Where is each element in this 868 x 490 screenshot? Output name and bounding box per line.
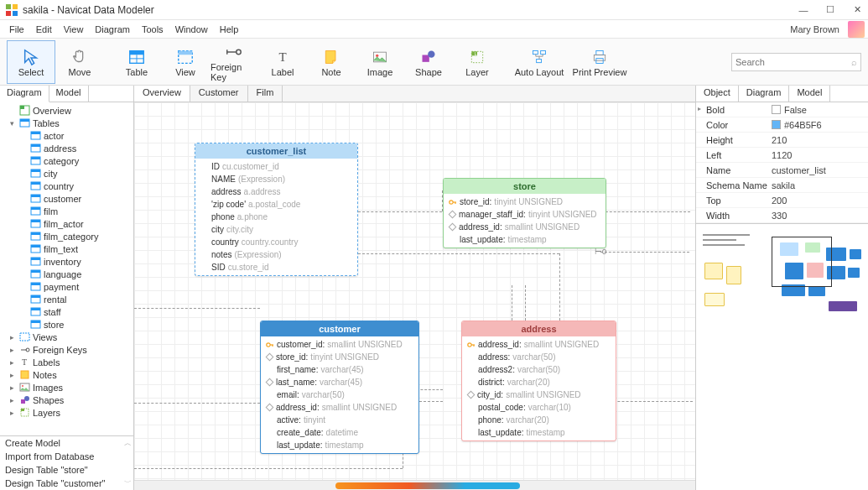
activity-item[interactable]: Design Table "store" bbox=[0, 463, 133, 477]
expand-icon[interactable]: ▸ bbox=[7, 345, 17, 355]
right-tab-model[interactable]: Model bbox=[789, 86, 830, 102]
entity-customer-list[interactable]: customer_list ID cu.customer_idNAME (Exp… bbox=[195, 143, 358, 276]
tool-label[interactable]: T Label bbox=[258, 40, 307, 84]
menu-file[interactable]: File bbox=[3, 23, 30, 36]
tree-group-labels[interactable]: ▸TLabels bbox=[0, 356, 133, 368]
field-row[interactable]: last_update: timestamp bbox=[264, 439, 415, 451]
expand-icon[interactable]: ▸ bbox=[7, 332, 17, 342]
field-row[interactable]: district: varchar(20) bbox=[465, 376, 612, 388]
prop-row-name[interactable]: Namecustomer_list bbox=[696, 163, 868, 178]
prop-row-width[interactable]: Width330 bbox=[696, 208, 868, 223]
minimap[interactable] bbox=[696, 223, 868, 490]
tree-tables[interactable]: ▾Tables bbox=[0, 117, 133, 129]
field-row[interactable]: phone: varchar(20) bbox=[465, 414, 612, 426]
menu-tools[interactable]: Tools bbox=[136, 23, 169, 36]
right-tab-object[interactable]: Object bbox=[696, 86, 739, 102]
tree-table-city[interactable]: city bbox=[0, 167, 133, 180]
field-row[interactable]: ID cu.customer_id bbox=[199, 160, 354, 173]
field-row[interactable]: store_id: tinyint UNSIGNED bbox=[447, 195, 602, 208]
field-row[interactable]: customer_id: smallint UNSIGNED bbox=[264, 338, 415, 351]
tool-autolayout[interactable]: Auto Layout bbox=[510, 40, 569, 84]
prop-row-schema-name[interactable]: Schema Namesakila bbox=[696, 178, 868, 193]
canvas-tab-film[interactable]: Film bbox=[248, 86, 283, 102]
tree-table-film_actor[interactable]: film_actor bbox=[0, 217, 133, 230]
field-row[interactable]: notes (Expression) bbox=[199, 248, 354, 261]
tree-group-images[interactable]: ▸Images bbox=[0, 381, 133, 394]
tree-table-inventory[interactable]: inventory bbox=[0, 255, 133, 268]
field-row[interactable]: create_date: datetime bbox=[264, 426, 415, 439]
tool-shape[interactable]: Shape bbox=[404, 40, 453, 84]
tree-table-category[interactable]: category bbox=[0, 154, 133, 167]
tree-table-language[interactable]: language bbox=[0, 268, 133, 280]
menu-window[interactable]: Window bbox=[169, 23, 214, 36]
right-tab-diagram[interactable]: Diagram bbox=[739, 86, 790, 102]
left-tab-model[interactable]: Model bbox=[49, 86, 89, 102]
field-row[interactable]: store_id: tinyint UNSIGNED bbox=[264, 351, 415, 363]
entity-customer[interactable]: customer customer_id: smallint UNSIGNEDs… bbox=[260, 321, 419, 454]
tool-select[interactable]: Select bbox=[7, 40, 55, 84]
entity-address[interactable]: address address_id: smallint UNSIGNEDadd… bbox=[461, 321, 616, 441]
avatar[interactable] bbox=[848, 21, 865, 38]
prop-row-bold[interactable]: ▸BoldFalse bbox=[696, 102, 868, 117]
field-row[interactable]: 'zip code' a.postal_code bbox=[199, 198, 354, 211]
field-row[interactable]: manager_staff_id: tinyint UNSIGNED bbox=[447, 208, 602, 221]
field-row[interactable]: city_id: smallint UNSIGNED bbox=[465, 388, 612, 401]
canvas-tab-customer[interactable]: Customer bbox=[190, 86, 248, 102]
tree-table-film_text[interactable]: film_text bbox=[0, 242, 133, 255]
close-button[interactable]: ✕ bbox=[851, 4, 863, 16]
tree-table-customer[interactable]: customer bbox=[0, 192, 133, 205]
field-row[interactable]: last_update: timestamp bbox=[465, 426, 612, 439]
field-row[interactable]: address a.address bbox=[199, 185, 354, 198]
entity-store[interactable]: store store_id: tinyint UNSIGNEDmanager_… bbox=[443, 178, 606, 248]
tool-view[interactable]: View bbox=[161, 40, 210, 84]
search-input[interactable] bbox=[735, 57, 851, 67]
field-row[interactable]: address_id: smallint UNSIGNED bbox=[465, 338, 612, 351]
expand-icon[interactable]: ▸ bbox=[7, 383, 17, 393]
tree-table-payment[interactable]: payment bbox=[0, 280, 133, 293]
user-name[interactable]: Mary Brown bbox=[785, 23, 845, 36]
tree-table-film[interactable]: film bbox=[0, 205, 133, 217]
field-row[interactable]: phone a.phone bbox=[199, 211, 354, 223]
tree-table-address[interactable]: address bbox=[0, 142, 133, 154]
field-row[interactable]: country country.country bbox=[199, 236, 354, 248]
expand-icon[interactable]: ▸ bbox=[7, 408, 17, 418]
field-row[interactable]: NAME (Expression) bbox=[199, 173, 354, 185]
tool-note[interactable]: Note bbox=[307, 40, 356, 84]
field-row[interactable]: email: varchar(50) bbox=[264, 388, 415, 401]
canvas-tab-overview[interactable]: Overview bbox=[134, 86, 190, 102]
collapse-icon[interactable]: ▾ bbox=[7, 118, 17, 128]
diagram-canvas[interactable]: ⊢ ⊢o ⊣o ⊣o customer_list ID cu.customer_… bbox=[134, 102, 695, 480]
field-row[interactable]: postal_code: varchar(10) bbox=[465, 401, 612, 414]
tree-group-foreign-keys[interactable]: ▸Foreign Keys bbox=[0, 343, 133, 356]
scroll-up-icon[interactable]: ︿ bbox=[124, 438, 132, 449]
menu-view[interactable]: View bbox=[58, 23, 90, 36]
activity-item[interactable]: Create Model bbox=[0, 436, 133, 450]
tree-table-store[interactable]: store bbox=[0, 318, 133, 331]
menu-help[interactable]: Help bbox=[214, 23, 245, 36]
tool-move[interactable]: Move bbox=[55, 40, 104, 84]
tree-group-shapes[interactable]: ▸Shapes bbox=[0, 394, 133, 406]
tree-table-rental[interactable]: rental bbox=[0, 293, 133, 305]
tree-table-film_category[interactable]: film_category bbox=[0, 230, 133, 242]
maximize-button[interactable]: ☐ bbox=[824, 4, 836, 16]
field-row[interactable]: SID cu.store_id bbox=[199, 261, 354, 274]
left-tab-diagram[interactable]: Diagram bbox=[0, 86, 49, 102]
tree-table-country[interactable]: country bbox=[0, 180, 133, 192]
field-row[interactable]: address_id: smallint UNSIGNED bbox=[447, 221, 602, 233]
tree-group-notes[interactable]: ▸Notes bbox=[0, 368, 133, 381]
tool-table[interactable]: Table bbox=[112, 40, 161, 84]
tool-image[interactable]: Image bbox=[356, 40, 404, 84]
field-row[interactable]: address: varchar(50) bbox=[465, 351, 612, 363]
tree-group-layers[interactable]: ▸Layers bbox=[0, 406, 133, 419]
prop-row-color[interactable]: Color#64B5F6 bbox=[696, 117, 868, 133]
menu-diagram[interactable]: Diagram bbox=[89, 23, 136, 36]
tool-printpreview[interactable]: Print Preview bbox=[569, 40, 631, 84]
prop-row-top[interactable]: Top200 bbox=[696, 193, 868, 208]
field-row[interactable]: city city.city bbox=[199, 223, 354, 236]
field-row[interactable]: active: tinyint bbox=[264, 414, 415, 426]
menu-edit[interactable]: Edit bbox=[30, 23, 58, 36]
tool-layer[interactable]: L Layer bbox=[453, 40, 502, 84]
tree-table-actor[interactable]: actor bbox=[0, 129, 133, 142]
expand-icon[interactable]: ▸ bbox=[7, 357, 17, 368]
tree-group-views[interactable]: ▸Views bbox=[0, 331, 133, 343]
